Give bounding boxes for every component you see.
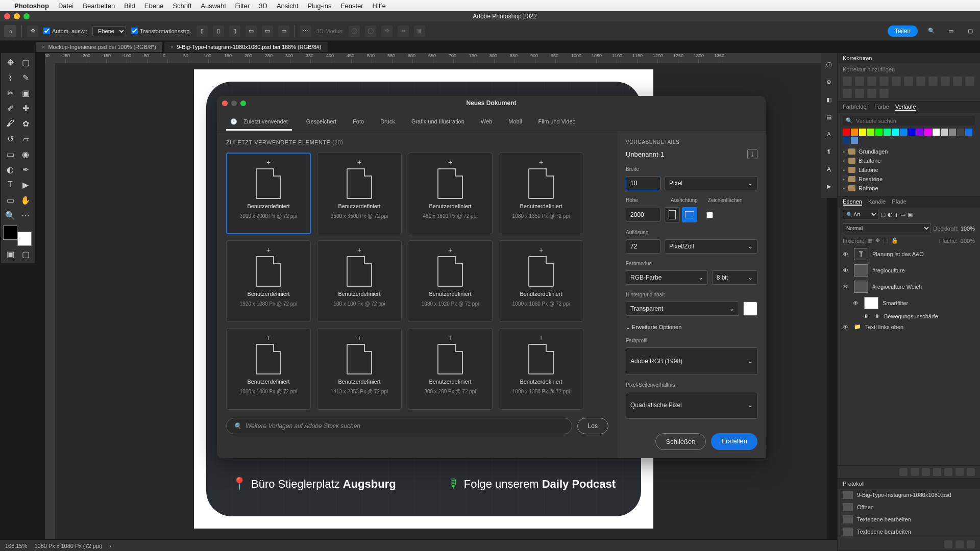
gradient-tool-icon[interactable]: ▭ (3, 147, 17, 161)
tab-druck[interactable]: Druck (378, 114, 397, 131)
width-input[interactable] (626, 176, 660, 190)
profile-select[interactable]: Adobe RGB (1998)⌄ (626, 347, 757, 375)
status-chevron-icon[interactable]: › (109, 543, 111, 549)
history-state[interactable]: Öffnen (838, 501, 980, 513)
tab-grafik[interactable]: Grafik und Illustration (409, 114, 467, 131)
glyphs-panel-icon[interactable]: Ą (823, 163, 835, 174)
align-bottom-icon[interactable]: ▭ (278, 26, 289, 37)
threshold-icon[interactable] (867, 89, 876, 98)
photo-filter-icon[interactable] (941, 77, 950, 86)
lasso-tool-icon[interactable]: ⌇ (3, 70, 17, 85)
resolution-input[interactable] (626, 239, 660, 254)
colorlookup-icon[interactable] (965, 77, 974, 86)
width-unit-select[interactable]: Pixel⌄ (665, 176, 757, 190)
visibility-icon[interactable]: 👁 (843, 251, 850, 257)
layer-row[interactable]: 👁📁Textl links oben (838, 321, 980, 332)
colormode-select[interactable]: RGB-Farbe⌄ (626, 270, 708, 285)
tab-mobil[interactable]: Mobil (506, 114, 524, 131)
eyedropper-tool-icon[interactable]: ✐ (3, 101, 17, 115)
levels-icon[interactable] (855, 77, 864, 86)
invert-icon[interactable] (843, 89, 852, 98)
tab-film[interactable]: Film und Video (536, 114, 578, 131)
fill-value[interactable]: 100% (961, 238, 975, 244)
adjustment-layer-icon[interactable] (933, 468, 941, 476)
resolution-unit-select[interactable]: Pixel/Zoll⌄ (665, 239, 757, 254)
gradient-swatch[interactable] (957, 129, 964, 136)
visibility-icon[interactable]: 👁 (853, 300, 860, 306)
gradient-swatch[interactable] (892, 129, 899, 136)
preset-name[interactable]: Unbenannt-1 (626, 151, 743, 158)
gradient-swatch[interactable] (851, 129, 858, 136)
delete-layer-icon[interactable] (967, 468, 975, 476)
history-brush-icon[interactable]: ↺ (3, 132, 17, 146)
menu-plugins[interactable]: Plug-ins (308, 2, 332, 10)
gradient-swatch[interactable] (843, 137, 850, 144)
gradient-swatch[interactable] (875, 129, 883, 136)
preset-item[interactable]: Benutzerdefiniert1413 x 2853 Px @ 72 ppi (317, 328, 402, 410)
gradient-folder[interactable]: Rottöne (843, 184, 975, 193)
close-button[interactable]: Schließen (655, 433, 706, 450)
menu-auswahl[interactable]: Auswahl (201, 2, 226, 10)
edit-toolbar-icon[interactable]: ⋯ (18, 208, 33, 222)
preset-item[interactable]: Benutzerdefiniert1080 x 1350 Px @ 72 ppi (499, 153, 583, 234)
blend-mode-select[interactable]: Normal (843, 223, 931, 233)
opacity-value[interactable]: 100% (961, 226, 975, 232)
tab-ebenen[interactable]: Ebenen (843, 198, 862, 206)
fg-bg-swatches[interactable] (3, 226, 32, 246)
zoom-level[interactable]: 168,15% (5, 543, 27, 549)
vibrance-icon[interactable] (892, 77, 901, 86)
preset-item[interactable]: Benutzerdefiniert3000 x 2000 Px @ 72 ppi (226, 153, 311, 234)
search-icon[interactable]: 🔍 (926, 26, 937, 37)
frame-tool-icon[interactable]: ▣ (18, 86, 33, 100)
lock-pixels-icon[interactable]: ▦ (867, 237, 872, 244)
gradient-search-input[interactable] (856, 118, 972, 124)
layer-mask-icon[interactable] (922, 468, 930, 476)
vertical-ruler[interactable] (45, 63, 55, 539)
adjustments-panel-icon[interactable]: ◧ (823, 94, 835, 105)
move-tool-icon[interactable]: ✥ (3, 55, 17, 69)
curves-icon[interactable] (867, 77, 876, 86)
layer-kind-filter[interactable]: 🔍 Art (843, 210, 878, 219)
hand-tool-icon[interactable]: ✋ (18, 193, 33, 207)
visibility-icon[interactable]: 👁 (843, 324, 850, 330)
layer-row[interactable]: 👁👁Bewegungsunschärfe (838, 311, 980, 321)
gradient-swatch[interactable] (924, 129, 932, 136)
align-top-icon[interactable]: ▭ (246, 26, 257, 37)
menu-fenster[interactable]: Fenster (341, 2, 363, 10)
quickmask-icon[interactable]: ▣ (3, 247, 17, 261)
frame-icon[interactable]: ▢ (965, 26, 976, 37)
share-button[interactable]: Teilen (888, 26, 918, 37)
exposure-icon[interactable] (879, 77, 889, 86)
close-tab-icon[interactable]: × (42, 44, 45, 50)
history-snapshot[interactable]: 9-Big-Typo-Instagram-1080x1080.psd (838, 489, 980, 501)
close-window-icon[interactable] (4, 13, 10, 19)
blur-tool-icon[interactable]: ◉ (18, 147, 33, 161)
eraser-tool-icon[interactable]: ▱ (18, 132, 33, 146)
create-doc-from-state-icon[interactable] (944, 540, 952, 548)
gradient-swatch[interactable] (941, 129, 948, 136)
move-tool-indicator-icon[interactable]: ✥ (27, 26, 38, 37)
window-traffic-lights[interactable] (4, 13, 30, 19)
visibility-icon[interactable]: 👁 (843, 284, 850, 290)
lock-position-icon[interactable]: ✥ (875, 237, 880, 244)
preset-item[interactable]: Benutzerdefiniert1080 x 1080 Px @ 72 ppi (226, 328, 311, 410)
tab-farbfelder[interactable]: Farbfelder (843, 104, 868, 111)
filter-adjust-icon[interactable]: ◐ (888, 211, 893, 218)
tab-farbe[interactable]: Farbe (874, 104, 889, 111)
auto-select-checkbox[interactable] (43, 28, 50, 34)
screenmode-icon[interactable]: ▢ (18, 247, 33, 261)
more-options-icon[interactable]: ⋯ (300, 26, 311, 37)
filter-type-icon[interactable]: T (895, 212, 898, 218)
gradient-swatch[interactable] (859, 129, 866, 136)
layer-row[interactable]: 👁#regioculture (838, 262, 980, 279)
menu-hilfe[interactable]: Hilfe (373, 2, 386, 10)
hue-icon[interactable] (904, 77, 913, 86)
filter-image-icon[interactable]: ▢ (880, 211, 886, 218)
menu-ansicht[interactable]: Ansicht (277, 2, 299, 10)
gradient-swatches[interactable] (843, 129, 975, 144)
posterize-icon[interactable] (855, 89, 864, 98)
align-hcenter-icon[interactable]: ▯ (213, 26, 224, 37)
tab-recent[interactable]: 🕑Zuletzt verwendet (226, 114, 292, 131)
lock-nesting-icon[interactable]: ⬚ (883, 237, 888, 244)
colordepth-select[interactable]: 8 bit⌄ (712, 270, 757, 285)
